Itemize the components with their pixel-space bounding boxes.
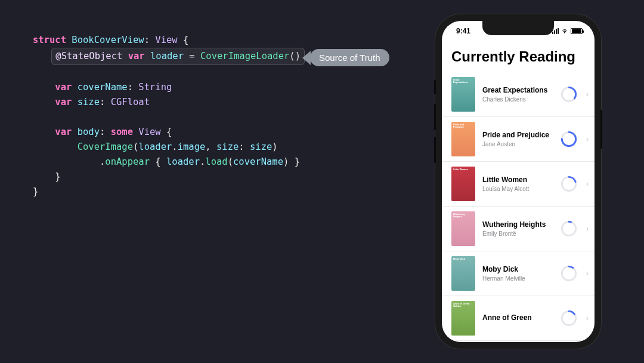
book-info: Great ExpectationsCharles Dickens [482, 86, 553, 103]
callout-label: Source of Truth [310, 49, 389, 66]
progress-ring [560, 309, 578, 327]
chevron-right-icon: › [586, 269, 589, 278]
book-cover-thumbnail: Wuthering Heights [451, 211, 475, 246]
book-cover-thumbnail: Great Expectations [451, 77, 475, 112]
book-row[interactable]: Wuthering HeightsWuthering HeightsEmily … [442, 207, 595, 251]
book-cover-thumbnail: Pride and Prejudice [451, 122, 475, 156]
svg-point-8 [562, 266, 575, 280]
book-title: Moby Dick [482, 265, 553, 275]
book-title: Pride and Prejudice [482, 131, 553, 140]
book-author: Herman Melville [482, 275, 553, 282]
phone-mute-switch [434, 80, 436, 94]
chevron-right-icon: › [586, 135, 589, 143]
progress-ring [560, 175, 578, 193]
book-author: Charles Dickens [482, 96, 553, 103]
book-cover-thumbnail: Moby Dick [451, 256, 475, 291]
book-cover-thumbnail: Anne of Green Gables [451, 301, 475, 336]
book-info: Pride and PrejudiceJane Austen [482, 131, 553, 147]
book-row[interactable]: Anne of Green GablesAnne of Green › [442, 296, 595, 341]
callout-arrow-icon [302, 51, 311, 65]
book-title: Great Expectations [482, 86, 553, 96]
book-row[interactable]: Pride and PrejudicePride and PrejudiceJa… [442, 117, 595, 162]
phone-screen: 9:41 Currently Reading Great Expectation… [442, 21, 595, 342]
chevron-right-icon: › [586, 180, 589, 188]
highlighted-code-line: @StateObject var loader = CoverImageLoad… [51, 48, 305, 65]
book-info: Wuthering HeightsEmily Brontë [482, 220, 553, 237]
phone-volume-up [434, 104, 436, 130]
progress-ring [560, 220, 578, 238]
wifi-icon [561, 28, 569, 34]
book-title: Little Women [482, 176, 553, 185]
book-info: Anne of Green [482, 313, 553, 324]
status-time: 9:41 [456, 27, 470, 35]
book-info: Little WomenLouisa May Alcott [482, 176, 553, 192]
book-author: Emily Brontë [482, 230, 553, 237]
phone-volume-down [434, 137, 436, 163]
book-title: Wuthering Heights [482, 220, 553, 230]
chevron-right-icon: › [586, 314, 589, 322]
book-list: Great ExpectationsGreat ExpectationsChar… [442, 72, 595, 341]
book-author: Jane Austen [482, 141, 553, 147]
phone-power-button [600, 110, 602, 149]
svg-point-6 [562, 222, 575, 235]
phone-notch [482, 21, 554, 35]
chevron-right-icon: › [586, 90, 589, 99]
book-title: Anne of Green [482, 313, 553, 323]
callout-annotation: Source of Truth [302, 49, 389, 66]
battery-icon [571, 28, 583, 34]
book-cover-thumbnail: Little Women [451, 167, 475, 201]
book-row[interactable]: Little WomenLittle WomenLouisa May Alcot… [442, 162, 595, 207]
book-row[interactable]: Moby DickMoby DickHerman Melville › [442, 251, 595, 296]
chevron-right-icon: › [586, 224, 589, 233]
progress-ring [560, 130, 578, 148]
progress-ring [560, 85, 578, 103]
phone-mockup: 9:41 Currently Reading Great Expectation… [435, 14, 601, 349]
book-row[interactable]: Great ExpectationsGreat ExpectationsChar… [442, 72, 595, 117]
book-info: Moby DickHerman Melville [482, 265, 553, 282]
page-title: Currently Reading [442, 35, 595, 72]
book-author: Louisa May Alcott [482, 186, 553, 192]
progress-ring [560, 264, 578, 282]
